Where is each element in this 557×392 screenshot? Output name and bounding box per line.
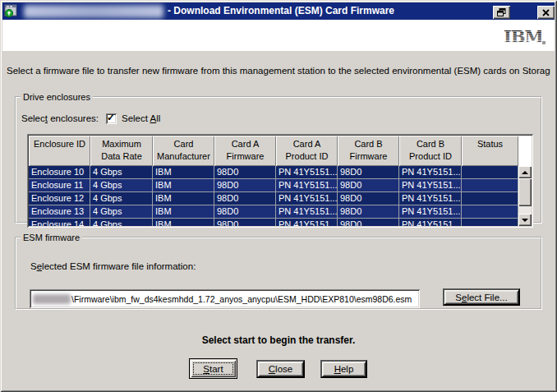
table-header-row: Enclosure ID MaximumData Rate CardManufa… [29,136,518,166]
cell-data-rate: 4 Gbps [90,219,153,226]
cell-card-a-firmware: 98D0 [214,205,276,219]
scroll-up-icon [522,171,528,174]
esm-firmware-group: ESM firmware Selected ESM firmware file … [15,233,542,310]
table-body: Enclosure 10 4 Gbps IBM 98D0 PN 41Y5151.… [29,166,518,226]
cell-card-a-product-id: PN 41Y5151 [276,219,338,226]
cell-card-b-firmware: 98D0 [338,219,399,226]
column-header-status[interactable]: Status [462,136,518,166]
cell-card-a-firmware: 98D0 [214,219,276,226]
instruction-text: Select a firmware file to transfer new f… [7,66,550,76]
title-bar[interactable]: - Download Environmental (ESM) Card Firm… [2,2,555,20]
restore-window-button[interactable] [493,6,510,19]
cell-data-rate: 4 Gbps [90,192,153,205]
select-all-checkbox[interactable]: ✓ [106,113,117,124]
table-row-enclosure-14[interactable]: Enclosure 14 4 Gbps IBM 98D0 PN 41Y5151 … [29,219,518,226]
svg-text:IBM: IBM [504,29,541,45]
cell-card-a-firmware: 98D0 [214,179,276,192]
table-vertical-scrollbar[interactable] [518,166,532,226]
cell-status [462,179,518,192]
help-button[interactable]: Help [320,360,367,378]
select-file-button[interactable]: Select File... [443,288,520,306]
cell-card-a-product-id: PN 41Y5151... [276,205,338,219]
restore-icon [497,5,506,20]
cell-card-a-product-id: PN 41Y5151... [276,166,338,179]
cell-card-a-firmware: 98D0 [214,192,276,205]
cell-data-rate: 4 Gbps [90,179,153,192]
esm-firmware-legend: ESM firmware [21,233,82,242]
table-row-enclosure-11[interactable]: Enclosure 11 4 Gbps IBM 98D0 PN 41Y5151.… [29,179,518,192]
cell-enclosure-id: Enclosure 14 [29,219,90,226]
drive-enclosures-group: Drive enclosures Select enclosures: ✓ Se… [15,92,542,224]
cell-card-b-product-id: PN 41Y5151... [399,192,462,205]
close-window-button[interactable] [537,6,555,19]
column-header-maximum-data-rate[interactable]: MaximumData Rate [90,136,153,166]
cell-card-b-product-id: PN 41Y5151 [399,219,462,226]
scrollbar-track[interactable] [518,206,532,214]
firmware-file-label: Selected ESM firmware file information: [30,261,196,271]
column-header-card-a-product-id[interactable]: Card AProduct ID [276,136,338,166]
cell-card-b-product-id: PN 41Y5151... [399,166,462,179]
cell-enclosure-id: Enclosure 10 [29,166,90,179]
cell-data-rate: 4 Gbps [90,205,153,219]
column-header-enclosure-id[interactable]: Enclosure ID [29,136,90,166]
close-button[interactable]: Close [256,360,305,378]
checkmark-icon: ✓ [107,112,115,123]
select-enclosures-row: Select enclosures: ✓ Select All [21,112,160,125]
cell-enclosure-id: Enclosure 13 [29,205,90,219]
column-header-card-a-firmware[interactable]: Card AFirmware [214,136,276,166]
firmware-file-path: \Firmware\ibm_fw_ds4kesmhdd_1.72_anyos_a… [71,294,412,304]
select-enclosures-label: Select enclosures: [21,113,99,123]
cell-manufacturer: IBM [153,205,214,219]
cell-card-b-firmware: 98D0 [338,179,399,192]
transfer-note: Select start to begin the transfer. [0,334,557,346]
ibm-logo: IBM [504,29,541,48]
cell-status [462,219,518,226]
cell-manufacturer: IBM [153,166,214,179]
cell-status [462,205,518,219]
window-title: - Download Environmental (ESM) Card Firm… [168,2,394,20]
cell-data-rate: 4 Gbps [90,166,153,179]
dialog-window: - Download Environmental (ESM) Card Firm… [0,0,557,392]
enclosure-table: Enclosure ID MaximumData Rate CardManufa… [27,134,533,228]
scroll-up-button[interactable] [518,166,532,178]
app-icon [4,4,18,18]
cell-card-a-product-id: PN 41Y5151... [276,192,338,205]
cell-status [462,192,518,205]
cell-enclosure-id: Enclosure 12 [29,192,90,205]
cell-card-b-product-id: PN 41Y5151... [399,179,462,192]
cell-card-b-firmware: 98D0 [338,166,399,179]
cell-card-b-firmware: 98D0 [338,205,399,219]
column-header-card-b-firmware[interactable]: Card BFirmware [338,136,399,166]
column-header-card-manufacturer[interactable]: CardManufacturer [153,136,214,166]
cell-manufacturer: IBM [153,192,214,205]
table-row-enclosure-13[interactable]: Enclosure 13 4 Gbps IBM 98D0 PN 41Y5151.… [29,205,518,219]
registered-trademark-mark [542,41,545,44]
cell-enclosure-id: Enclosure 11 [29,179,90,192]
drive-enclosures-legend: Drive enclosures [21,92,93,102]
column-header-card-b-product-id[interactable]: Card BProduct ID [399,136,462,166]
brand-banner: IBM [2,20,555,51]
redacted-path-prefix [33,294,71,304]
scroll-down-button[interactable] [518,214,532,226]
table-row-enclosure-12[interactable]: Enclosure 12 4 Gbps IBM 98D0 PN 41Y5151.… [29,192,518,205]
table-row-enclosure-10[interactable]: Enclosure 10 4 Gbps IBM 98D0 PN 41Y5151.… [29,166,518,179]
scroll-down-icon [522,219,528,222]
scrollbar-thumb[interactable] [518,178,532,206]
select-all-label[interactable]: Select All [122,113,160,123]
cell-status [462,166,518,179]
cell-manufacturer: IBM [153,179,214,192]
start-button[interactable]: Start [189,358,237,379]
firmware-file-path-field[interactable]: \Firmware\ibm_fw_ds4kesmhdd_1.72_anyos_a… [30,289,420,308]
cell-card-b-firmware: 98D0 [338,192,399,205]
close-icon [542,5,550,20]
cell-card-a-product-id: PN 41Y5151... [276,179,338,192]
redacted-app-name [24,5,163,18]
cell-manufacturer: IBM [153,219,214,226]
cell-card-a-firmware: 98D0 [214,166,276,179]
cell-card-b-product-id: PN 41Y5151... [399,205,462,219]
